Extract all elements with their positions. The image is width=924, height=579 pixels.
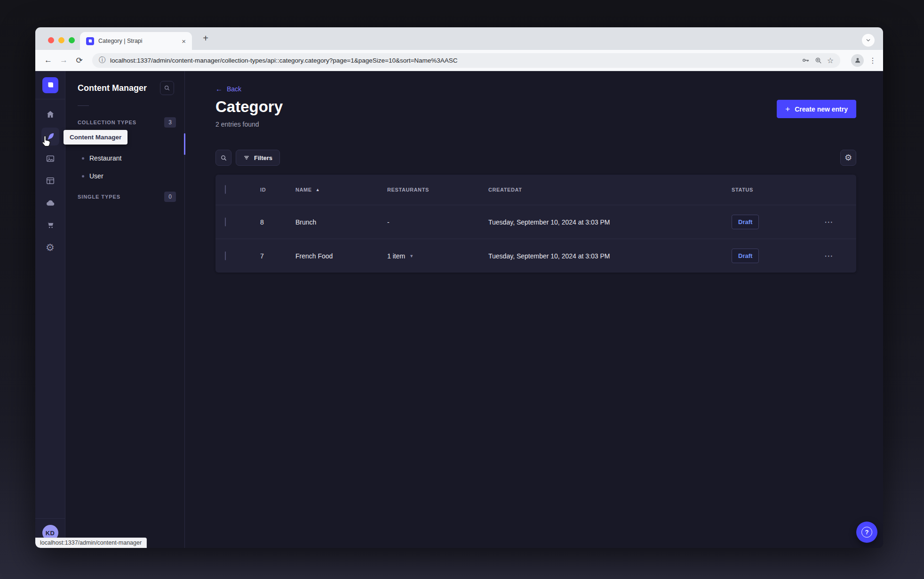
cell-restaurants-dropdown[interactable]: 1 item ▼ — [387, 252, 488, 260]
row-checkbox[interactable] — [225, 251, 226, 260]
sidebar-item-settings[interactable]: ⚙ — [41, 238, 59, 256]
row-actions-button[interactable]: ⋯ — [824, 217, 833, 227]
row-actions-button[interactable]: ⋯ — [824, 250, 833, 261]
nav-item-label: User — [89, 172, 104, 180]
section-count-badge: 3 — [164, 117, 176, 128]
mouse-cursor-hand-icon — [41, 135, 52, 147]
filters-button[interactable]: Filters — [236, 150, 280, 166]
collection-types-section: COLLECTION TYPES 3 — [65, 111, 184, 131]
question-mark-icon: ? — [861, 527, 872, 538]
subnav-active-indicator — [184, 133, 185, 155]
gear-icon: ⚙ — [844, 153, 852, 162]
home-icon — [46, 110, 55, 119]
tooltip: Content Manager — [64, 130, 127, 145]
browser-reload-icon[interactable]: ⟳ — [72, 56, 86, 65]
browser-menu-kebab-icon[interactable]: ⋮ — [868, 56, 877, 65]
bullet-icon — [82, 175, 84, 177]
page-title: Category — [215, 97, 283, 116]
cell-name: French Food — [295, 252, 387, 260]
column-header-status: STATUS — [732, 187, 818, 193]
tab-search-chevron-button[interactable] — [862, 34, 875, 47]
shopping-cart-icon — [46, 220, 55, 230]
browser-status-bar: localhost:1337/admin/content-manager — [35, 538, 147, 548]
section-label: SINGLE TYPES — [78, 194, 120, 200]
maximize-window-button[interactable] — [69, 37, 75, 43]
browser-tab-strip: Category | Strapi × + — [35, 27, 883, 50]
browser-toolbar: ← → ⟳ ⓘ localhost:1337/admin/content-man… — [35, 50, 883, 71]
status-badge: Draft — [732, 215, 759, 229]
row-checkbox[interactable] — [225, 217, 226, 226]
back-label: Back — [227, 85, 241, 93]
strapi-favicon-icon — [86, 37, 94, 45]
subnav-title: Content Manager — [78, 83, 147, 93]
view-settings-button[interactable]: ⚙ — [840, 150, 856, 166]
search-button[interactable] — [215, 150, 231, 166]
layout-icon — [46, 176, 55, 185]
table-header-row: ID NAME ▲ RESTAURANTS CREATEDAT STATUS — [215, 175, 856, 205]
zoom-icon[interactable] — [814, 56, 822, 64]
sidebar-item-deploy[interactable] — [41, 194, 59, 212]
section-label: COLLECTION TYPES — [78, 120, 136, 125]
cell-createdat: Tuesday, September 10, 2024 at 3:03 PM — [488, 218, 732, 226]
back-link[interactable]: ← Back — [215, 85, 241, 93]
table-row[interactable]: 8 Brunch - Tuesday, September 10, 2024 a… — [215, 205, 856, 239]
sidebar-item-restaurant[interactable]: Restaurant — [65, 149, 184, 167]
select-all-checkbox[interactable] — [225, 185, 226, 194]
column-header-name[interactable]: NAME ▲ — [295, 187, 387, 193]
column-header-restaurants: RESTAURANTS — [387, 187, 488, 193]
main-content: ← Back Category + Create new entry 2 ent… — [185, 71, 883, 548]
entries-table: ID NAME ▲ RESTAURANTS CREATEDAT STATUS 8… — [215, 175, 856, 273]
create-new-entry-button[interactable]: + Create new entry — [777, 100, 856, 118]
strapi-logo-icon — [46, 81, 55, 89]
media-library-icon — [46, 154, 55, 163]
browser-profile-icon[interactable] — [851, 54, 864, 67]
table-row[interactable]: 7 French Food 1 item ▼ Tuesday, Septembe… — [215, 239, 856, 273]
tab-title: Category | Strapi — [98, 38, 176, 44]
cell-name: Brunch — [295, 218, 387, 226]
search-icon — [164, 85, 170, 91]
minimize-window-button[interactable] — [58, 37, 64, 43]
tab-close-icon[interactable]: × — [180, 37, 187, 45]
sidebar-item-home[interactable] — [41, 105, 59, 123]
cell-restaurants: - — [387, 218, 488, 226]
help-button[interactable]: ? — [856, 522, 877, 543]
chevron-down-icon — [865, 37, 871, 43]
search-icon — [220, 154, 227, 161]
browser-forward-icon[interactable]: → — [57, 56, 71, 65]
column-header-id: ID — [260, 187, 295, 193]
cell-id: 8 — [260, 218, 295, 226]
sort-asc-icon: ▲ — [316, 187, 320, 192]
filter-icon — [243, 154, 250, 161]
single-types-section: SINGLE TYPES 0 — [65, 185, 184, 206]
back-arrow-icon: ← — [215, 85, 223, 93]
subnav-divider — [78, 105, 89, 106]
entries-count: 2 entries found — [215, 121, 856, 128]
url-text: localhost:1337/admin/content-manager/col… — [110, 57, 797, 64]
site-info-icon[interactable]: ⓘ — [99, 56, 105, 64]
nav-item-label: Restaurant — [89, 154, 121, 162]
new-tab-button[interactable]: + — [200, 33, 211, 44]
browser-tab[interactable]: Category | Strapi × — [80, 32, 192, 50]
sidebar-item-user[interactable]: User — [65, 167, 184, 185]
subnav-search-button[interactable] — [160, 81, 174, 95]
address-bar[interactable]: ⓘ localhost:1337/admin/content-manager/c… — [92, 53, 840, 68]
caret-down-icon: ▼ — [409, 254, 414, 258]
sidebar-item-content-type-builder[interactable] — [41, 172, 59, 190]
sidebar-item-media-library[interactable] — [41, 150, 59, 168]
cell-createdat: Tuesday, September 10, 2024 at 3:03 PM — [488, 252, 732, 260]
browser-window: Category | Strapi × + ← → ⟳ ⓘ localhost:… — [35, 27, 883, 548]
column-header-createdat: CREATEDAT — [488, 187, 732, 193]
strapi-logo[interactable] — [42, 77, 58, 93]
window-controls — [48, 37, 75, 43]
bookmark-star-icon[interactable]: ☆ — [827, 56, 834, 65]
status-badge: Draft — [732, 249, 759, 263]
cell-id: 7 — [260, 252, 295, 260]
section-count-badge: 0 — [164, 192, 176, 202]
password-key-icon[interactable] — [801, 56, 810, 64]
strapi-app: ⚙ KD Content Manager COLLECTION TYPES 3 … — [35, 71, 883, 548]
sidebar-item-marketplace[interactable] — [41, 216, 59, 234]
bullet-icon — [82, 157, 84, 160]
browser-back-icon[interactable]: ← — [41, 56, 55, 65]
close-window-button[interactable] — [48, 37, 54, 43]
plus-icon: + — [785, 105, 790, 114]
